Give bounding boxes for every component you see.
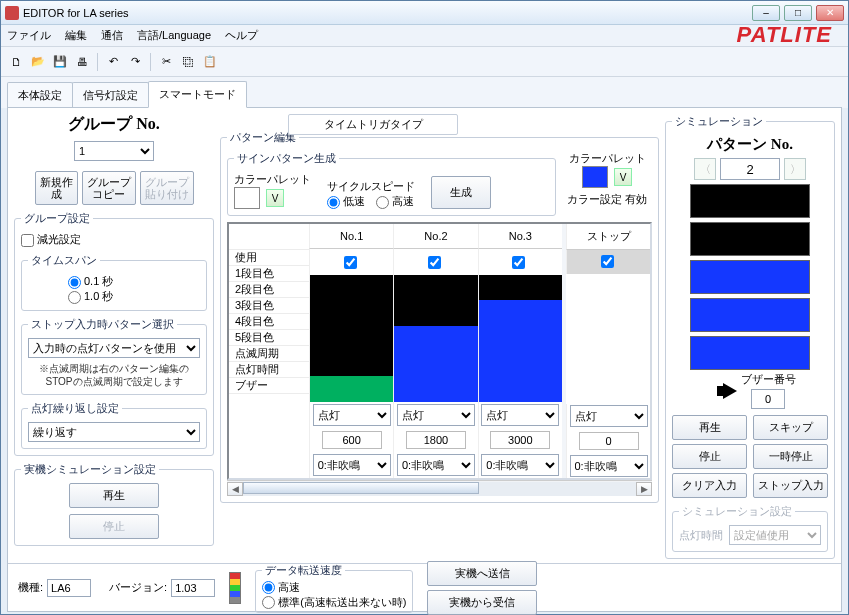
sim-stopinput-button[interactable]: ストップ入力	[753, 473, 828, 498]
version-field	[171, 579, 215, 597]
paste-icon[interactable]: 📋	[201, 53, 219, 71]
c2-3-color[interactable]	[479, 300, 562, 325]
c5-1-color[interactable]	[310, 376, 393, 401]
use-2-checkbox[interactable]	[428, 256, 441, 269]
use-stop-checkbox[interactable]	[601, 255, 614, 268]
timespan-10-label[interactable]: 1.0 秒	[68, 290, 113, 302]
repeat-select[interactable]: 繰り返す	[28, 422, 200, 442]
tab-signal-settings[interactable]: 信号灯設定	[72, 82, 149, 108]
copy-icon[interactable]: ⿻	[179, 53, 197, 71]
stop-pattern-select[interactable]: 入力時の点灯パターンを使用	[28, 338, 200, 358]
minimize-button[interactable]: –	[752, 5, 780, 21]
c2-1-color[interactable]	[310, 300, 393, 325]
tab-body-settings[interactable]: 本体設定	[7, 82, 73, 108]
blink-2-select[interactable]: 点灯	[397, 404, 475, 426]
sim-pause-button[interactable]: 一時停止	[753, 444, 828, 469]
cycle-fast-radio[interactable]	[376, 196, 389, 209]
menu-edit[interactable]: 編集	[65, 28, 87, 43]
group-settings-legend: グループ設定	[21, 211, 93, 226]
tab-smart-mode[interactable]: スマートモード	[148, 81, 247, 108]
maximize-button[interactable]: □	[784, 5, 812, 21]
group-paste-button[interactable]: グループ 貼り付け	[140, 171, 194, 205]
close-button[interactable]: ✕	[816, 5, 844, 21]
sim-stop-button[interactable]: 停止	[672, 444, 747, 469]
scroll-thumb[interactable]	[243, 482, 479, 494]
undo-icon[interactable]: ↶	[104, 53, 122, 71]
palette-swatch-right[interactable]	[582, 166, 608, 188]
menu-language[interactable]: 言語/Language	[137, 28, 211, 43]
generate-button[interactable]: 生成	[431, 176, 491, 209]
next-pattern-button[interactable]: 〉	[784, 158, 806, 180]
cycle-fast-label[interactable]: 高速	[376, 195, 414, 207]
menu-comm[interactable]: 通信	[101, 28, 123, 43]
group-no-select[interactable]: 1	[74, 141, 154, 161]
buzzer-stop-select[interactable]: 0:非吹鳴	[570, 455, 648, 477]
palette-dropdown-left-icon[interactable]: V	[266, 189, 284, 207]
blink-3-select[interactable]: 点灯	[481, 404, 559, 426]
pattern-grid: 使用 1段目色 2段目色 3段目色 4段目色 5段目色 点滅周期 点灯時間 ブザ…	[227, 222, 652, 480]
dim-checkbox[interactable]	[21, 234, 34, 247]
scroll-right-icon[interactable]: ▶	[636, 482, 652, 496]
new-button[interactable]: 新規作 成	[35, 171, 78, 205]
dim-checkbox-label[interactable]: 減光設定	[21, 233, 81, 245]
machine-stop-button[interactable]: 停止	[69, 514, 159, 539]
cycle-slow-label[interactable]: 低速	[327, 195, 365, 207]
palette-swatch-left[interactable]	[234, 187, 260, 209]
c3-3-color[interactable]	[479, 326, 562, 351]
buzzer-3-select[interactable]: 0:非吹鳴	[481, 454, 559, 476]
cut-icon[interactable]: ✂	[157, 53, 175, 71]
c4-1-color[interactable]	[310, 351, 393, 376]
cycle-slow-radio[interactable]	[327, 196, 340, 209]
grid-hscroll[interactable]: ◀ ▶	[227, 480, 652, 496]
c2-2-color[interactable]	[394, 300, 477, 325]
sim-clear-button[interactable]: クリア入力	[672, 473, 747, 498]
print-icon[interactable]: 🖶	[73, 53, 91, 71]
c5-2-color[interactable]	[394, 376, 477, 401]
new-icon[interactable]: 🗋	[7, 53, 25, 71]
time-stop-input[interactable]	[579, 432, 639, 450]
palette-dropdown-right-icon[interactable]: V	[614, 168, 632, 186]
use-3-checkbox[interactable]	[512, 256, 525, 269]
receive-button[interactable]: 実機から受信	[427, 590, 537, 615]
time-3-input[interactable]	[490, 431, 550, 449]
buzzer-2-select[interactable]: 0:非吹鳴	[397, 454, 475, 476]
blink-1-select[interactable]: 点灯	[313, 404, 391, 426]
c3-2-color[interactable]	[394, 326, 477, 351]
c5-3-color[interactable]	[479, 376, 562, 401]
c1-1-color[interactable]	[310, 275, 393, 300]
timespan-01-label[interactable]: 0.1 秒	[68, 275, 113, 287]
buzzer-no-input[interactable]	[751, 389, 785, 409]
open-icon[interactable]: 📂	[29, 53, 47, 71]
save-icon[interactable]: 💾	[51, 53, 69, 71]
time-1-input[interactable]	[322, 431, 382, 449]
c4-3-color[interactable]	[479, 351, 562, 376]
speed-high-radio[interactable]	[262, 581, 275, 594]
machine-play-button[interactable]: 再生	[69, 483, 159, 508]
buzzer-1-select[interactable]: 0:非吹鳴	[313, 454, 391, 476]
transfer-bar: 機種: バージョン: データ転送速度 高速 標準(高速転送出来ない時) 実機へ送…	[8, 563, 841, 611]
sim-skip-button[interactable]: スキップ	[753, 415, 828, 440]
c1-3-color[interactable]	[479, 275, 562, 300]
menu-file[interactable]: ファイル	[7, 28, 51, 43]
sim-play-button[interactable]: 再生	[672, 415, 747, 440]
menu-help[interactable]: ヘルプ	[225, 28, 258, 43]
prev-pattern-button[interactable]: 〈	[694, 158, 716, 180]
c3-1-color[interactable]	[310, 326, 393, 351]
c1-2-color[interactable]	[394, 275, 477, 300]
scroll-left-icon[interactable]: ◀	[227, 482, 243, 496]
blink-stop-select[interactable]: 点灯	[570, 405, 648, 427]
model-field	[47, 579, 91, 597]
timespan-10-radio[interactable]	[68, 291, 81, 304]
group-copy-button[interactable]: グループ コピー	[82, 171, 136, 205]
c4-2-color[interactable]	[394, 351, 477, 376]
timespan-01-radio[interactable]	[68, 276, 81, 289]
send-button[interactable]: 実機へ送信	[427, 561, 537, 586]
speed-high-label[interactable]: 高速	[262, 581, 300, 593]
row-c5-label: 5段目色	[229, 330, 309, 346]
time-2-input[interactable]	[406, 431, 466, 449]
speed-std-radio[interactable]	[262, 596, 275, 609]
speed-std-label[interactable]: 標準(高速転送出来ない時)	[262, 596, 406, 608]
use-1-checkbox[interactable]	[344, 256, 357, 269]
redo-icon[interactable]: ↷	[126, 53, 144, 71]
stop-note: ※点滅周期は右のパターン編集の STOPの点滅周期で設定します	[28, 362, 200, 388]
